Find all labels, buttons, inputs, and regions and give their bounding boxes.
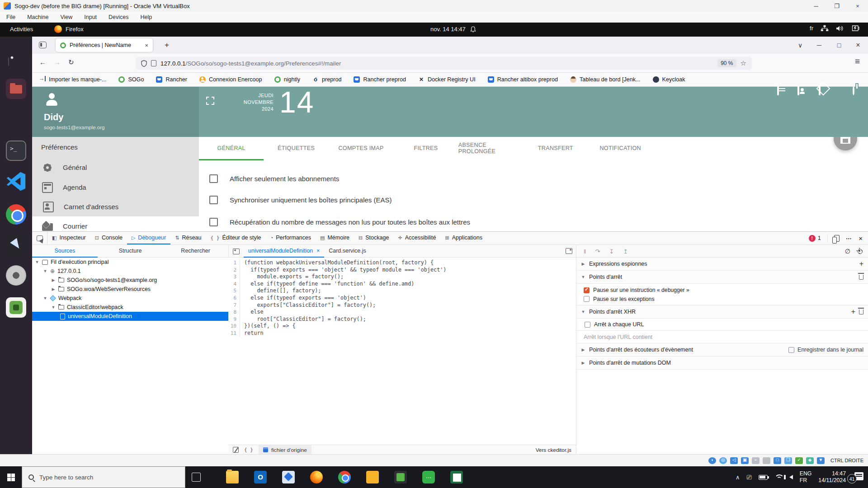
checkbox[interactable]: [584, 296, 590, 302]
back-button[interactable]: ←: [39, 58, 46, 66]
maximize-button[interactable]: ❐: [826, 0, 847, 12]
bookmark-keycloak[interactable]: Keycloak: [653, 76, 685, 83]
blackbox-source-icon[interactable]: [233, 447, 239, 453]
dock-vscode-icon[interactable]: [6, 171, 26, 192]
menu-hamburger-icon[interactable]: ≡: [855, 56, 860, 66]
sidebar-item-agenda[interactable]: Agenda: [32, 178, 199, 197]
checkbox-checked[interactable]: [584, 287, 590, 293]
new-tab-button[interactable]: +: [161, 39, 173, 51]
minimize-button[interactable]: ─: [806, 0, 826, 12]
page-info-icon[interactable]: [151, 60, 156, 66]
forward-button[interactable]: →: [54, 58, 61, 66]
tab-close-icon[interactable]: ×: [145, 42, 148, 49]
option-row-eas-sync[interactable]: Synchroniser uniquement les boîtes princ…: [209, 196, 392, 204]
responsive-mode-icon[interactable]: [834, 235, 840, 242]
addressbook-module-icon[interactable]: [797, 87, 808, 98]
battery-icon[interactable]: [851, 25, 860, 31]
dom-mutation-breakpoints-header[interactable]: ▶ Points d'arrêt de mutations DOM: [576, 357, 868, 370]
vbox-optical-disc-icon[interactable]: ◎: [719, 457, 727, 464]
tab-filters[interactable]: FILTRES: [393, 137, 458, 160]
reload-button[interactable]: ↻: [68, 58, 74, 66]
taskbar-search[interactable]: Type here to search: [22, 466, 185, 488]
pause-on-debugger-row[interactable]: Pause sur une instruction « debugger »: [576, 284, 868, 295]
tab-console[interactable]: ⊡Console: [90, 232, 127, 244]
expand-panel-icon[interactable]: [566, 248, 572, 254]
url-bar[interactable]: 127.0.0.1/SOGo/so/sogo-tests1@example.or…: [136, 56, 752, 70]
chevron-right-icon[interactable]: ▶: [51, 278, 56, 282]
zoom-level-chip[interactable]: 90 %: [717, 59, 736, 67]
tab-inspector[interactable]: ◧Inspecteur: [47, 232, 90, 244]
dock-files-icon[interactable]: [6, 79, 26, 99]
log-event-option[interactable]: Enregistrer dans le journal: [788, 347, 863, 353]
chevron-down-icon[interactable]: ▼: [35, 260, 39, 264]
activities-button[interactable]: Activities: [10, 26, 33, 33]
watch-expressions-header[interactable]: ▶ Expressions espionnes +: [576, 258, 868, 271]
step-out-button[interactable]: ↥: [623, 248, 628, 255]
start-button[interactable]: [0, 466, 22, 488]
volume-icon[interactable]: [836, 25, 844, 32]
close-file-icon[interactable]: ×: [316, 248, 320, 254]
option-row-subscriptions[interactable]: Afficher seulement les abonnements: [209, 174, 339, 183]
dock-green-app-icon[interactable]: [6, 297, 26, 318]
checkbox[interactable]: [209, 196, 218, 204]
tab-vacation[interactable]: ABSENCE PROLONGÉE: [458, 137, 523, 160]
sourcemap-target[interactable]: Vers ckeditor.js: [536, 447, 571, 453]
breakpoints-header[interactable]: ▼ Points d'arrêt: [576, 271, 868, 284]
tab-general[interactable]: GÉNÉRAL: [199, 137, 264, 160]
window-maximize-button[interactable]: □: [830, 37, 848, 54]
focused-app-indicator[interactable]: Firefox: [54, 25, 84, 33]
dock-terminal-icon[interactable]: [6, 141, 26, 161]
vbox-shared-folders-icon[interactable]: [763, 457, 770, 464]
vbox-display-icon[interactable]: □: [774, 457, 781, 464]
bookmark-sogo[interactable]: SOGo: [118, 76, 144, 83]
vbox-keyboard-icon[interactable]: ▼: [817, 457, 825, 464]
devtools-menu-dots-icon[interactable]: ⋯: [846, 235, 853, 242]
language-indicator[interactable]: ENG FR: [800, 470, 812, 484]
chevron-right-icon[interactable]: ▶: [51, 287, 56, 291]
pause-on-exceptions-row[interactable]: Pause sur les exceptions: [576, 295, 868, 305]
taskbar-virtualbox-icon[interactable]: [282, 471, 295, 483]
vbox-usb-icon[interactable]: ⌁: [752, 457, 760, 464]
cast-icon[interactable]: ⎚: [747, 474, 752, 481]
tree-folder-sogo[interactable]: ▶ SOGo/so/sogo-tests1@example.org: [32, 276, 228, 285]
panel-tab-search[interactable]: Rechercher: [163, 245, 228, 258]
code-editor[interactable]: 1(function webpackUniversalModuleDefinit…: [228, 258, 576, 445]
tree-main-thread[interactable]: ▼ Fil d'exécution principal: [32, 258, 228, 267]
close-button[interactable]: ×: [847, 0, 868, 12]
url-text[interactable]: 127.0.0.1/SOGo/so/sogo-tests1@example.or…: [160, 60, 341, 67]
tree-webpack[interactable]: ▼ Webpack: [32, 294, 228, 303]
menu-help[interactable]: Help: [141, 14, 152, 20]
calendar-module-icon[interactable]: [777, 87, 788, 98]
debugger-settings-gear-icon[interactable]: [858, 249, 863, 254]
bookmark-jenkins[interactable]: Tableau de bord [Jenk...: [570, 76, 640, 83]
file-tab-umd[interactable]: universalModuleDefinition×: [244, 245, 324, 258]
sidebar-item-general[interactable]: Général: [32, 158, 199, 177]
tree-folder-classiceditor[interactable]: ▼ ClassicEditor/webpack: [32, 303, 228, 312]
tab-applications[interactable]: ⊞Applications: [440, 232, 487, 244]
bookmark-enercoop[interactable]: Connexion Enercoop: [199, 76, 262, 83]
bookmark-import[interactable]: Importer les marque-...: [39, 76, 106, 83]
bookmark-rancher-altibox[interactable]: Rancher altibox preprod: [488, 76, 558, 83]
step-over-button[interactable]: ↷: [595, 248, 600, 255]
element-picker-button[interactable]: [32, 232, 47, 244]
tree-file-umd-selected[interactable]: universalModuleDefinition: [32, 312, 228, 321]
xhr-breakpoints-header[interactable]: ▼ Points d'arrêt XHR +: [576, 305, 868, 319]
taskbar-outlook-icon[interactable]: O: [254, 471, 267, 483]
browser-tab[interactable]: Préférences | NewName ×: [56, 38, 153, 52]
checkbox[interactable]: [788, 347, 794, 353]
menu-file[interactable]: File: [6, 14, 15, 20]
bookmark-star-icon[interactable]: ☆: [741, 59, 746, 67]
tab-imap-accounts[interactable]: COMPTES IMAP: [329, 137, 393, 160]
bookmark-preprod[interactable]: ópreprod: [312, 76, 341, 83]
taskbar-file-explorer-icon[interactable]: [226, 471, 239, 483]
menu-view[interactable]: View: [60, 14, 72, 20]
tab-storage[interactable]: ⊟Stockage: [354, 232, 393, 244]
original-file-toggle[interactable]: fichier d'origine: [259, 445, 311, 455]
menu-machine[interactable]: Machine: [27, 14, 48, 20]
file-tab-card-service[interactable]: Card.service.js: [324, 245, 371, 258]
tab-accessibility[interactable]: ✛Accessibilité: [393, 232, 440, 244]
keyboard-layout-indicator[interactable]: fr: [810, 25, 813, 32]
tab-debugger[interactable]: ▷Débogueur: [127, 232, 170, 244]
notification-center[interactable]: 41: [853, 472, 863, 482]
trash-icon[interactable]: [859, 275, 863, 280]
